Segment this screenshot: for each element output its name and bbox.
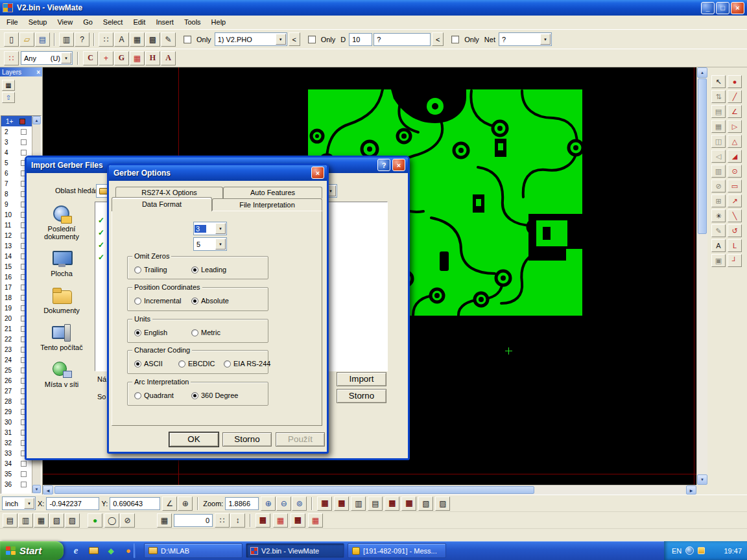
- radio-360-degree[interactable]: [191, 392, 198, 399]
- film-grid-icon-1[interactable]: ▦: [317, 496, 332, 511]
- fill-corner-icon[interactable]: ◢: [728, 150, 742, 163]
- radio-absolute[interactable]: [191, 298, 198, 305]
- rotate-icon[interactable]: ↺: [728, 224, 742, 237]
- context-help-icon[interactable]: ?: [75, 32, 89, 47]
- pattern-icon-4[interactable]: ▦: [308, 513, 323, 528]
- print-icon[interactable]: ▥: [59, 32, 74, 47]
- tray-globe-icon[interactable]: [685, 546, 694, 555]
- dcode-h-icon[interactable]: H: [145, 51, 160, 65]
- highlight-point-icon[interactable]: ●: [728, 75, 742, 88]
- pattern-icon-3[interactable]: ▩: [290, 513, 305, 528]
- pattern-icon-1[interactable]: ▩: [255, 513, 270, 528]
- chevron-down-icon[interactable]: ▼: [276, 34, 286, 45]
- menu-item[interactable]: View: [52, 16, 78, 29]
- layer-color-box[interactable]: [19, 119, 25, 124]
- dcode-g-icon[interactable]: G: [114, 51, 129, 65]
- select-pattern-icon[interactable]: ∷: [4, 51, 19, 65]
- horizontal-scrollbar[interactable]: ◀ ▶: [43, 485, 696, 495]
- aperture-table-icon[interactable]: ▥: [711, 165, 726, 178]
- cancel-button[interactable]: Storno: [222, 432, 272, 447]
- layer-visibility-box[interactable]: [21, 471, 27, 477]
- close-button[interactable]: ×: [731, 2, 744, 14]
- pad-stack-icon[interactable]: ▣: [711, 254, 726, 267]
- titlebar[interactable]: V2.bin - ViewMate _ □ ×: [0, 0, 747, 16]
- layers-up-button[interactable]: ⇧: [2, 92, 15, 103]
- aperture-type-combo[interactable]: Any (U) ▼: [21, 51, 73, 65]
- start-button[interactable]: Start: [0, 541, 64, 560]
- taskbar-task-viewmate[interactable]: V2.bin - ViewMate: [246, 543, 344, 558]
- layers-panel-titlebar[interactable]: Layers ×: [0, 67, 42, 76]
- chevron-down-icon[interactable]: ▼: [540, 34, 551, 45]
- place-network[interactable]: Místa v síti: [30, 360, 93, 388]
- layer-row-selected[interactable]: 1+: [1, 116, 32, 126]
- horizontal-scroll-thumb[interactable]: [54, 486, 534, 494]
- gerber-dialog-titlebar[interactable]: Gerber Options ×: [109, 165, 327, 181]
- film-grid-icon-7[interactable]: ▧: [418, 496, 433, 511]
- place-recent-documents[interactable]: Poslední dokumenty: [30, 204, 93, 240]
- vertical-scrollbar[interactable]: ▲ ▼: [696, 67, 707, 485]
- dialog-close-icon[interactable]: ×: [392, 159, 405, 171]
- radio-metric[interactable]: [191, 329, 198, 336]
- place-computer[interactable]: Tento počítač: [30, 323, 93, 351]
- draw-circle-icon[interactable]: ⊙: [728, 165, 742, 178]
- file-combo[interactable]: 1) V2.PHO ▼: [215, 32, 287, 46]
- menu-item[interactable]: Insert: [150, 16, 179, 29]
- dot-grid-icon[interactable]: ∷: [215, 513, 230, 528]
- menu-item[interactable]: Edit: [128, 16, 150, 29]
- chevron-down-icon[interactable]: ▼: [215, 239, 226, 250]
- new-file-icon[interactable]: ▯: [4, 32, 19, 47]
- corner-tool-icon[interactable]: ┘: [728, 254, 742, 267]
- taskbar-task-dmlab[interactable]: D:\MLAB: [144, 543, 243, 558]
- prev-dcode-button[interactable]: <: [432, 32, 444, 46]
- dcode-value-field[interactable]: 10: [349, 33, 372, 46]
- menu-item[interactable]: Select: [98, 16, 128, 29]
- draw-line2-icon[interactable]: ╲: [728, 209, 742, 222]
- zoom-window-icon[interactable]: ⊚: [292, 496, 307, 511]
- save-file-icon[interactable]: ▤: [35, 32, 50, 47]
- layer-row[interactable]: 2: [1, 126, 32, 137]
- film-grid-icon-5[interactable]: ▩: [385, 496, 399, 511]
- zoom-field[interactable]: 1.8866: [225, 497, 259, 510]
- minimize-button[interactable]: _: [701, 2, 715, 14]
- taskbar-clock[interactable]: 19:47: [724, 547, 742, 555]
- chevron-down-icon[interactable]: ▼: [24, 498, 34, 509]
- draw-angle-icon[interactable]: ∠: [728, 105, 742, 118]
- layers-grid-button[interactable]: ▦: [2, 80, 15, 91]
- zoom-out-icon[interactable]: ⊖: [276, 496, 291, 511]
- lang-indicator[interactable]: EN: [672, 547, 682, 555]
- null-select-icon[interactable]: ⊘: [711, 180, 726, 192]
- film-grid-icon-6[interactable]: ▦: [401, 496, 416, 511]
- grid-toggle-icon[interactable]: ▦: [157, 513, 172, 528]
- film-box-icon[interactable]: ▤: [711, 105, 726, 118]
- menu-item[interactable]: Setup: [23, 16, 53, 29]
- highlight-traffic-icon[interactable]: ●: [88, 513, 102, 528]
- tab-file-interpretation[interactable]: File Interpretation: [212, 198, 322, 211]
- l-shape-icon[interactable]: L: [728, 239, 742, 252]
- dcode-c-icon[interactable]: C: [83, 51, 98, 65]
- pad-copy-icon[interactable]: ◫: [711, 135, 726, 148]
- film-grid-icon-8[interactable]: ▨: [435, 496, 450, 511]
- dcode-filter-field[interactable]: ?: [374, 33, 431, 46]
- layer-row[interactable]: 36: [1, 479, 32, 489]
- taskbar-task-messenger[interactable]: [191-482-091] - Mess...: [348, 543, 446, 558]
- grid-count-field[interactable]: 0: [174, 514, 213, 527]
- move-item-icon[interactable]: ↗: [728, 194, 742, 207]
- pattern-icon-2[interactable]: ▦: [273, 513, 288, 528]
- vertical-scroll-thumb[interactable]: [698, 78, 707, 234]
- layer-visibility-box[interactable]: [21, 129, 27, 135]
- layer-row[interactable]: 35: [1, 469, 32, 479]
- only-net-checkbox[interactable]: [451, 36, 459, 43]
- quicklaunch-ie-icon[interactable]: e: [70, 545, 82, 557]
- menu-item[interactable]: Help: [206, 16, 231, 29]
- quicklaunch-folder-icon[interactable]: [88, 545, 99, 557]
- grid-snap-icon[interactable]: ▦: [711, 120, 726, 133]
- draw-triangle-icon[interactable]: △: [728, 135, 742, 148]
- origin-target-icon[interactable]: ⊕: [178, 496, 193, 511]
- radio-eia-rs244[interactable]: [224, 360, 231, 368]
- layer-film-icon-4[interactable]: ▧: [49, 513, 64, 528]
- grid-pattern-icon[interactable]: ▦: [130, 51, 145, 65]
- scroll-left-icon[interactable]: ◀: [43, 485, 53, 495]
- scroll-up-icon[interactable]: ▲: [32, 116, 41, 124]
- layer-visibility-box[interactable]: [21, 150, 27, 156]
- film-view-icon[interactable]: ▩: [145, 32, 160, 47]
